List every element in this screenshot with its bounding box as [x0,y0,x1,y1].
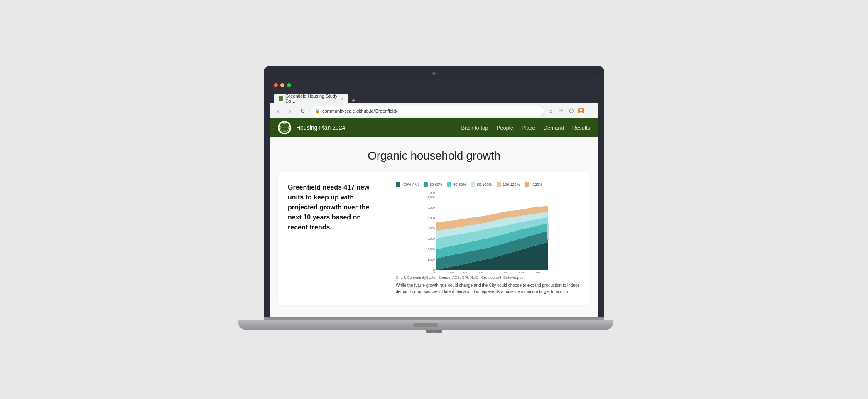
svg-text:2,000: 2,000 [427,248,435,251]
tab-favicon [279,96,283,101]
laptop-wrapper: Greenfield Housing Study Da… × + ‹ › ↻ 🔒… [264,66,604,333]
back-button[interactable]: ‹ [273,106,283,116]
svg-text:0: 0 [433,268,435,271]
nav-place[interactable]: Place [522,125,535,131]
browser-titlebar [270,79,598,92]
headline-text: Greenfield needs 417 new units to keep u… [288,182,381,232]
svg-text:6,000: 6,000 [427,206,435,209]
chart-area: <30% AMI 30-60% 60-80% [396,182,580,295]
chart-container: 0 1,000 2,000 3,000 4,000 5,000 6,000 7,… [396,190,580,273]
legend-label-4: 100-120% [503,182,520,187]
nav-demand[interactable]: Demand [544,125,564,131]
svg-text:4,000: 4,000 [427,227,435,230]
extensions-icon[interactable]: ⬡ [567,107,575,115]
legend-item-2: 60-80% [447,182,466,187]
page-title: Organic household growth [278,149,590,163]
url-text: communityscale.github.io/Greenfield/ [322,108,397,113]
bookmark-icon[interactable]: ☆ [557,107,565,115]
content-card: Greenfield needs 417 new units to keep u… [278,172,590,305]
site-logo [278,121,291,134]
more-menu-icon[interactable]: ⋮ [587,107,595,115]
svg-text:3,000: 3,000 [427,237,435,240]
nav-back-to-top[interactable]: Back to top [461,125,488,131]
svg-text:2010: 2010 [433,271,439,273]
legend-item-1: 30-60% [424,182,442,187]
forward-button[interactable]: › [285,106,295,116]
minimize-button[interactable] [280,83,284,87]
legend-swatch-0 [396,182,400,187]
legend-swatch-3 [471,182,475,187]
lock-icon: 🔒 [315,108,320,113]
svg-text:2020: 2020 [462,271,468,273]
legend-label-3: 80-100% [477,182,492,187]
laptop-base [238,320,613,330]
site-title: Housing Plan 2024 [296,124,461,131]
svg-text:2030: 2030 [501,271,508,273]
browser-window: Greenfield Housing Study Da… × + ‹ › ↻ 🔒… [270,79,598,317]
svg-text:2035: 2035 [518,271,525,273]
laptop-hinge [264,317,604,320]
nav-links: Back to top People Place Demand Results [461,125,590,131]
laptop-feet [413,330,455,333]
chart-legend: <30% AMI 30-60% 60-80% [396,182,580,187]
svg-text:8,000: 8,000 [427,192,435,195]
legend-swatch-5 [525,182,529,187]
legend-label-0: <30% AMI [402,182,419,187]
svg-text:2025: 2025 [476,271,483,273]
svg-text:5,000: 5,000 [427,217,435,219]
tab-title: Greenfield Housing Study Da… [285,94,338,103]
svg-text:1,000: 1,000 [427,258,435,261]
active-tab[interactable]: Greenfield Housing Study Da… × [274,94,348,103]
svg-point-1 [580,109,582,111]
maximize-button[interactable] [287,83,291,87]
svg-text:2040: 2040 [535,271,541,273]
left-foot [426,330,434,333]
profile-icon[interactable] [577,107,585,115]
reload-button[interactable]: ↻ [298,106,308,116]
tab-close-icon[interactable]: × [341,96,343,101]
legend-item-3: 80-100% [471,182,492,187]
chart-svg: 0 1,000 2,000 3,000 4,000 5,000 6,000 7,… [396,190,580,273]
legend-item-0: <30% AMI [396,182,419,187]
legend-swatch-2 [447,182,451,187]
main-content: Organic household growth Greenfield need… [270,137,598,317]
search-icon[interactable]: ⌕ [547,107,555,115]
legend-label-1: 30-60% [429,182,442,187]
right-foot [434,330,442,333]
address-bar[interactable]: 🔒 communityscale.github.io/Greenfield/ [310,106,544,116]
legend-label-2: 60-80% [453,182,466,187]
nav-people[interactable]: People [496,125,513,131]
screen-bezel: Greenfield Housing Study Da… × + ‹ › ↻ 🔒… [264,66,604,317]
svg-text:7,000: 7,000 [427,196,435,199]
svg-text:2015: 2015 [447,271,454,273]
tab-bar: Greenfield Housing Study Da… × + [270,92,598,103]
chart-description: While the future growth rate could chang… [396,282,580,295]
close-button[interactable] [274,83,278,87]
website-content: Housing Plan 2024 Back to top People Pla… [270,118,598,317]
site-nav: Housing Plan 2024 Back to top People Pla… [270,118,598,137]
legend-swatch-1 [424,182,428,187]
browser-toolbar: ‹ › ↻ 🔒 communityscale.github.io/Greenfi… [270,103,598,118]
legend-swatch-4 [497,182,501,187]
nav-results[interactable]: Results [572,125,590,131]
legend-item-4: 100-120% [497,182,520,187]
svg-rect-34 [547,223,549,240]
left-text-area: Greenfield needs 417 new units to keep u… [288,182,387,232]
trackpad [413,323,438,327]
toolbar-actions: ⌕ ☆ ⬡ ⋮ [547,107,595,115]
camera [432,72,436,75]
new-tab-button[interactable]: + [348,97,358,103]
chart-caption: Chart: CommunityScale · Source: ACS, CPI… [396,276,580,280]
legend-item-5: >120% [525,182,542,187]
legend-label-5: >120% [530,182,542,187]
